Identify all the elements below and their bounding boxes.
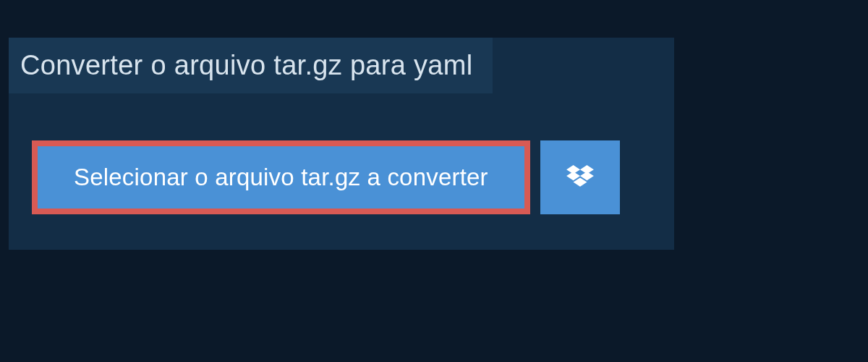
dropbox-icon <box>566 165 594 190</box>
title-bar: Converter o arquivo tar.gz para yaml <box>9 38 493 93</box>
dropbox-button[interactable] <box>540 140 620 214</box>
button-row: Selecionar o arquivo tar.gz a converter <box>32 140 620 214</box>
select-file-button[interactable]: Selecionar o arquivo tar.gz a converter <box>32 140 530 214</box>
select-file-label: Selecionar o arquivo tar.gz a converter <box>74 164 488 191</box>
page-title: Converter o arquivo tar.gz para yaml <box>20 50 472 81</box>
